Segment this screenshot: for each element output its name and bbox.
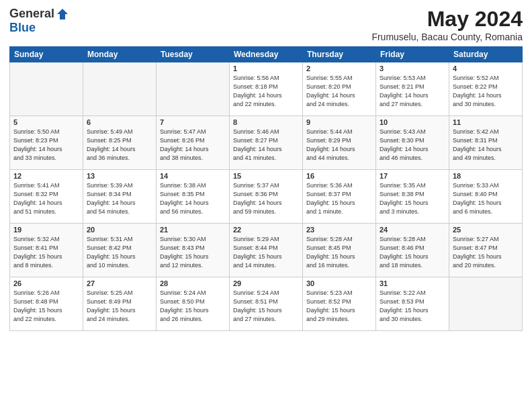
- day-info: Sunrise: 5:22 AM Sunset: 8:53 PM Dayligh…: [380, 289, 445, 324]
- day-info: Sunrise: 5:33 AM Sunset: 8:40 PM Dayligh…: [453, 181, 519, 216]
- location: Frumuselu, Bacau County, Romania: [371, 32, 523, 42]
- col-wednesday: Wednesday: [230, 47, 303, 62]
- calendar-day: 21Sunrise: 5:30 AM Sunset: 8:43 PM Dayli…: [157, 224, 230, 277]
- calendar-day: 29Sunrise: 5:24 AM Sunset: 8:51 PM Dayli…: [230, 277, 303, 331]
- day-info: Sunrise: 5:53 AM Sunset: 8:21 PM Dayligh…: [380, 74, 445, 109]
- calendar-day: 3Sunrise: 5:53 AM Sunset: 8:21 PM Daylig…: [376, 62, 449, 116]
- calendar-day: 2Sunrise: 5:55 AM Sunset: 8:20 PM Daylig…: [303, 62, 376, 116]
- logo-general-text: General: [9, 7, 54, 21]
- col-friday: Friday: [376, 47, 449, 62]
- col-monday: Monday: [83, 47, 157, 62]
- month-title: May 2024: [371, 7, 523, 32]
- day-number: 6: [87, 118, 152, 126]
- page: General Blue May 2024 Frumuselu, Bacau C…: [0, 0, 532, 411]
- calendar-header: Sunday Monday Tuesday Wednesday Thursday…: [10, 47, 523, 62]
- day-number: 7: [160, 118, 226, 126]
- calendar-day: 12Sunrise: 5:41 AM Sunset: 8:32 PM Dayli…: [10, 170, 83, 224]
- header-row: Sunday Monday Tuesday Wednesday Thursday…: [10, 47, 523, 62]
- day-number: 15: [233, 172, 299, 180]
- calendar-body: 1Sunrise: 5:56 AM Sunset: 8:18 PM Daylig…: [10, 62, 523, 331]
- day-number: 24: [380, 226, 445, 234]
- calendar-day: 11Sunrise: 5:42 AM Sunset: 8:31 PM Dayli…: [449, 116, 523, 170]
- day-number: 31: [380, 279, 445, 287]
- day-info: Sunrise: 5:55 AM Sunset: 8:20 PM Dayligh…: [306, 74, 372, 109]
- day-info: Sunrise: 5:29 AM Sunset: 8:44 PM Dayligh…: [233, 235, 299, 270]
- calendar-day: 28Sunrise: 5:24 AM Sunset: 8:50 PM Dayli…: [157, 277, 230, 331]
- logo: General Blue: [9, 7, 69, 35]
- calendar-day: 7Sunrise: 5:47 AM Sunset: 8:26 PM Daylig…: [157, 116, 230, 170]
- calendar-day: 25Sunrise: 5:27 AM Sunset: 8:47 PM Dayli…: [449, 224, 523, 277]
- day-number: 4: [453, 64, 519, 73]
- day-info: Sunrise: 5:41 AM Sunset: 8:32 PM Dayligh…: [13, 181, 79, 216]
- logo-icon: [56, 7, 69, 21]
- day-info: Sunrise: 5:38 AM Sunset: 8:35 PM Dayligh…: [160, 181, 226, 216]
- calendar-day: 1Sunrise: 5:56 AM Sunset: 8:18 PM Daylig…: [230, 62, 303, 116]
- calendar-week-4: 19Sunrise: 5:32 AM Sunset: 8:41 PM Dayli…: [10, 224, 523, 277]
- calendar-day: 27Sunrise: 5:25 AM Sunset: 8:49 PM Dayli…: [83, 277, 157, 331]
- day-number: 5: [13, 118, 79, 126]
- svg-marker-0: [57, 9, 68, 19]
- day-number: 18: [453, 172, 519, 180]
- day-number: 21: [160, 226, 226, 234]
- day-info: Sunrise: 5:28 AM Sunset: 8:45 PM Dayligh…: [306, 235, 372, 270]
- calendar-day: 18Sunrise: 5:33 AM Sunset: 8:40 PM Dayli…: [449, 170, 523, 224]
- calendar-day: 10Sunrise: 5:43 AM Sunset: 8:30 PM Dayli…: [376, 116, 449, 170]
- calendar-day: 30Sunrise: 5:23 AM Sunset: 8:52 PM Dayli…: [303, 277, 376, 331]
- day-number: 20: [87, 226, 152, 234]
- day-number: 23: [306, 226, 372, 234]
- logo-blue-text: Blue: [9, 21, 36, 35]
- day-number: 3: [380, 64, 445, 73]
- col-sunday: Sunday: [10, 47, 83, 62]
- col-tuesday: Tuesday: [157, 47, 230, 62]
- calendar-week-2: 5Sunrise: 5:50 AM Sunset: 8:23 PM Daylig…: [10, 116, 523, 170]
- day-info: Sunrise: 5:25 AM Sunset: 8:49 PM Dayligh…: [87, 289, 152, 324]
- day-info: Sunrise: 5:37 AM Sunset: 8:36 PM Dayligh…: [233, 181, 299, 216]
- header: General Blue May 2024 Frumuselu, Bacau C…: [9, 7, 523, 42]
- calendar-day: 13Sunrise: 5:39 AM Sunset: 8:34 PM Dayli…: [83, 170, 157, 224]
- calendar-day: 22Sunrise: 5:29 AM Sunset: 8:44 PM Dayli…: [230, 224, 303, 277]
- calendar-day: [10, 62, 83, 116]
- calendar-day: 26Sunrise: 5:26 AM Sunset: 8:48 PM Dayli…: [10, 277, 83, 331]
- day-number: 1: [233, 64, 299, 73]
- calendar-day: 6Sunrise: 5:49 AM Sunset: 8:25 PM Daylig…: [83, 116, 157, 170]
- day-info: Sunrise: 5:44 AM Sunset: 8:29 PM Dayligh…: [306, 128, 372, 163]
- day-info: Sunrise: 5:39 AM Sunset: 8:34 PM Dayligh…: [87, 181, 152, 216]
- calendar-day: [157, 62, 230, 116]
- day-info: Sunrise: 5:56 AM Sunset: 8:18 PM Dayligh…: [233, 74, 299, 109]
- day-info: Sunrise: 5:23 AM Sunset: 8:52 PM Dayligh…: [306, 289, 372, 324]
- day-info: Sunrise: 5:27 AM Sunset: 8:47 PM Dayligh…: [453, 235, 519, 270]
- day-number: 2: [306, 64, 372, 73]
- day-info: Sunrise: 5:42 AM Sunset: 8:31 PM Dayligh…: [453, 128, 519, 163]
- day-number: 9: [306, 118, 372, 126]
- day-info: Sunrise: 5:52 AM Sunset: 8:22 PM Dayligh…: [453, 74, 519, 109]
- calendar-day: [83, 62, 157, 116]
- day-number: 10: [380, 118, 445, 126]
- calendar-week-3: 12Sunrise: 5:41 AM Sunset: 8:32 PM Dayli…: [10, 170, 523, 224]
- day-number: 25: [453, 226, 519, 234]
- calendar-week-1: 1Sunrise: 5:56 AM Sunset: 8:18 PM Daylig…: [10, 62, 523, 116]
- calendar-day: 23Sunrise: 5:28 AM Sunset: 8:45 PM Dayli…: [303, 224, 376, 277]
- day-info: Sunrise: 5:36 AM Sunset: 8:37 PM Dayligh…: [306, 181, 372, 216]
- calendar-day: 4Sunrise: 5:52 AM Sunset: 8:22 PM Daylig…: [449, 62, 523, 116]
- calendar-day: 9Sunrise: 5:44 AM Sunset: 8:29 PM Daylig…: [303, 116, 376, 170]
- day-number: 11: [453, 118, 519, 126]
- day-number: 8: [233, 118, 299, 126]
- calendar-day: 31Sunrise: 5:22 AM Sunset: 8:53 PM Dayli…: [376, 277, 449, 331]
- calendar-day: 15Sunrise: 5:37 AM Sunset: 8:36 PM Dayli…: [230, 170, 303, 224]
- day-number: 22: [233, 226, 299, 234]
- day-number: 14: [160, 172, 226, 180]
- day-number: 19: [13, 226, 79, 234]
- calendar-day: 8Sunrise: 5:46 AM Sunset: 8:27 PM Daylig…: [230, 116, 303, 170]
- day-info: Sunrise: 5:50 AM Sunset: 8:23 PM Dayligh…: [13, 128, 79, 163]
- day-number: 17: [380, 172, 445, 180]
- calendar-day: 16Sunrise: 5:36 AM Sunset: 8:37 PM Dayli…: [303, 170, 376, 224]
- day-info: Sunrise: 5:32 AM Sunset: 8:41 PM Dayligh…: [13, 235, 79, 270]
- day-info: Sunrise: 5:35 AM Sunset: 8:38 PM Dayligh…: [380, 181, 445, 216]
- day-info: Sunrise: 5:49 AM Sunset: 8:25 PM Dayligh…: [87, 128, 152, 163]
- day-info: Sunrise: 5:24 AM Sunset: 8:50 PM Dayligh…: [160, 289, 226, 324]
- calendar-day: 19Sunrise: 5:32 AM Sunset: 8:41 PM Dayli…: [10, 224, 83, 277]
- day-number: 30: [306, 279, 372, 287]
- day-info: Sunrise: 5:46 AM Sunset: 8:27 PM Dayligh…: [233, 128, 299, 163]
- calendar-week-5: 26Sunrise: 5:26 AM Sunset: 8:48 PM Dayli…: [10, 277, 523, 331]
- calendar-day: 20Sunrise: 5:31 AM Sunset: 8:42 PM Dayli…: [83, 224, 157, 277]
